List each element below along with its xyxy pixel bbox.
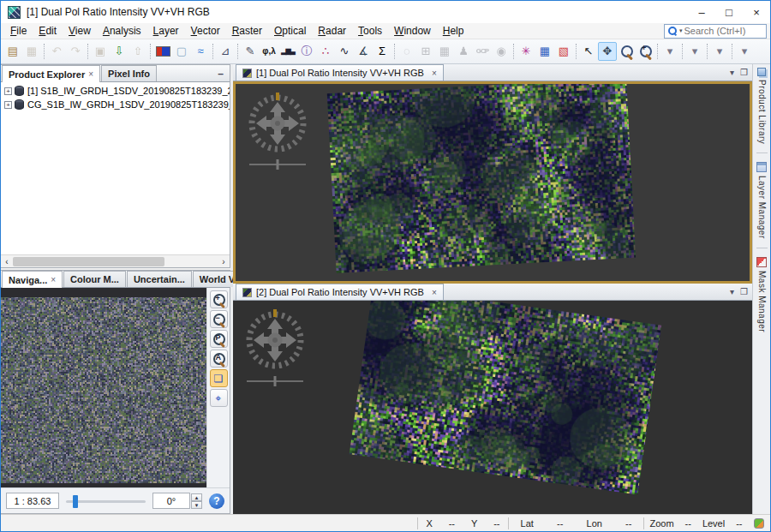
image-view-1[interactable] — [233, 81, 752, 284]
tab-close-icon[interactable]: × — [51, 275, 56, 284]
zoom-pixel-button[interactable]: P — [210, 330, 228, 348]
tab-product-explorer[interactable]: Product Explorer× — [2, 65, 100, 82]
menu-window[interactable]: Window — [388, 23, 437, 39]
sidebar-item-product-library[interactable]: Product Library — [757, 68, 767, 144]
zoom-all-button[interactable]: A — [210, 350, 228, 368]
sidebar-item-mask-manager[interactable]: Mask Manager — [756, 257, 767, 332]
menu-view[interactable]: View — [63, 23, 97, 39]
minimize-button[interactable]: – — [688, 1, 715, 23]
help-button[interactable]: ? — [209, 493, 224, 509]
menu-file[interactable]: File — [4, 23, 33, 39]
menu-layer[interactable]: Layer — [147, 23, 185, 39]
selection-tool-button[interactable]: ↖ — [579, 42, 598, 61]
view2-tab[interactable]: [2] Dual Pol Ratio Intensity VV+VH RGB × — [236, 284, 444, 300]
scroll-right-icon[interactable]: › — [218, 257, 230, 266]
toolbar-overflow-2[interactable]: ▾ — [685, 42, 704, 61]
undo-button[interactable]: ↶ — [47, 42, 66, 61]
scrollbar-thumb[interactable] — [13, 257, 164, 266]
toolbar-overflow-1[interactable]: ▾ — [660, 42, 679, 61]
tab-navigation[interactable]: Naviga...× — [2, 271, 63, 288]
search-input[interactable] — [684, 26, 763, 36]
graticule-overlay-button[interactable]: ▦ — [435, 42, 454, 61]
tab-pixel-info[interactable]: Pixel Info× — [101, 65, 157, 81]
tab-list-dropdown-icon[interactable]: ▾ — [730, 287, 734, 296]
menu-raster[interactable]: Raster — [226, 23, 268, 39]
zoom-slider-thumb[interactable] — [73, 495, 78, 508]
maximize-view-icon[interactable]: ❐ — [740, 287, 748, 296]
expand-icon[interactable]: + — [4, 101, 12, 109]
maximize-view-icon[interactable]: ❐ — [740, 68, 748, 77]
histogram-button[interactable]: ▂▆▃ — [278, 42, 297, 61]
ocean-tools-button[interactable]: ≈ — [191, 42, 210, 61]
zoom-plus-tool-button[interactable]: + — [636, 42, 654, 61]
expand-icon[interactable]: + — [4, 87, 12, 95]
no-data-overlay-button[interactable]: ◌ — [397, 42, 416, 61]
correlative-plot-button[interactable]: ∡ — [354, 42, 373, 61]
spectrum-plot-button[interactable]: ∿ — [335, 42, 354, 61]
information-button[interactable]: ⓘ — [297, 42, 316, 61]
tab-uncertainty[interactable]: Uncertain...× — [127, 271, 192, 287]
menu-analysis[interactable]: Analysis — [97, 23, 147, 39]
gcp-manager-button[interactable]: ♟ — [454, 42, 473, 61]
graph-builder-button[interactable]: ✳ — [517, 42, 535, 61]
toolbar-overflow-4[interactable]: ▾ — [735, 42, 754, 61]
zoom-scale-field[interactable] — [6, 493, 59, 509]
tab-colour-manipulation[interactable]: Colour M...× — [63, 271, 126, 287]
profile-plot-button[interactable]: ⊿ — [216, 42, 235, 61]
zoom-tool-button[interactable] — [617, 42, 636, 61]
close-button[interactable]: × — [743, 1, 770, 23]
zoom-in-button[interactable]: + — [210, 290, 228, 308]
pan-compass[interactable] — [242, 306, 308, 388]
open-product-button[interactable]: ▤ — [3, 42, 22, 61]
gcp-overlay-button[interactable]: GCP — [473, 42, 492, 61]
export-product-button[interactable]: ⇧ — [128, 42, 147, 61]
sync-views-button[interactable]: ❏ — [210, 369, 228, 387]
tie-point-grid-button[interactable]: ▦ — [535, 42, 554, 61]
menu-vector[interactable]: Vector — [185, 23, 226, 39]
session-button[interactable]: ▣ — [91, 42, 110, 61]
horizontal-scrollbar[interactable]: ‹ › — [1, 254, 230, 267]
image-view-2[interactable] — [233, 301, 752, 514]
sar-image-2[interactable] — [350, 301, 662, 495]
pan-tool-button[interactable]: ✥ — [598, 42, 617, 61]
tab-list-dropdown-icon[interactable]: ▾ — [730, 68, 734, 77]
scroll-left-icon[interactable]: ‹ — [1, 257, 13, 266]
open-rgb-image-button[interactable] — [153, 42, 172, 61]
toolbar-overflow-3[interactable]: ▾ — [710, 42, 729, 61]
status-globe-icon[interactable] — [754, 518, 764, 529]
search-caret-icon[interactable]: ▾ — [679, 27, 683, 34]
menu-optical[interactable]: Optical — [268, 23, 312, 39]
save-product-button[interactable]: ▦ — [22, 42, 41, 61]
rotation-field[interactable] — [152, 493, 190, 509]
maximize-button[interactable]: □ — [715, 1, 743, 23]
pin-manager-button[interactable]: ◉ — [492, 42, 511, 61]
navigation-thumbnail[interactable] — [1, 288, 206, 487]
tab-close-icon[interactable]: × — [432, 69, 437, 78]
tab-close-icon[interactable]: × — [432, 288, 437, 297]
tab-close-icon[interactable]: × — [88, 69, 93, 79]
panel-minimize-icon[interactable]: – — [218, 68, 224, 80]
sync-cursor-button[interactable]: ⌖ — [210, 389, 228, 407]
view1-tab[interactable]: [1] Dual Pol Ratio Intensity VV+VH RGB × — [236, 64, 444, 81]
tree-item[interactable]: + [1] S1B_IW_GRDH_1SDV_20190825T183239_2… — [1, 84, 230, 98]
navigation-thumbnail-canvas[interactable] — [1, 288, 206, 487]
pin-overlay-button[interactable]: ⊞ — [416, 42, 435, 61]
scatter-plot-button[interactable]: ∴ — [316, 42, 335, 61]
zoom-slider[interactable] — [66, 493, 146, 509]
geo-coords-button[interactable]: φ,λ — [260, 42, 278, 61]
rotation-spin-up-icon[interactable]: ▲ — [191, 493, 202, 501]
zoom-out-button[interactable]: − — [210, 310, 228, 328]
sar-image-1[interactable] — [327, 81, 637, 273]
menu-help[interactable]: Help — [437, 23, 470, 39]
cube-view-button[interactable]: ▢ — [172, 42, 191, 61]
redo-button[interactable]: ↷ — [66, 42, 85, 61]
menu-edit[interactable]: Edit — [33, 23, 63, 39]
statistics-button[interactable]: Σ — [373, 42, 391, 61]
subset-button[interactable]: ▧ — [554, 42, 573, 61]
menu-tools[interactable]: Tools — [352, 23, 388, 39]
pin-tool-button[interactable]: ✎ — [241, 42, 260, 61]
pan-compass[interactable] — [244, 89, 311, 171]
rotation-spin-down-icon[interactable]: ▼ — [191, 501, 202, 509]
import-product-button[interactable]: ⇩ — [110, 42, 128, 61]
sidebar-item-layer-manager[interactable]: Layer Manager — [756, 162, 767, 239]
